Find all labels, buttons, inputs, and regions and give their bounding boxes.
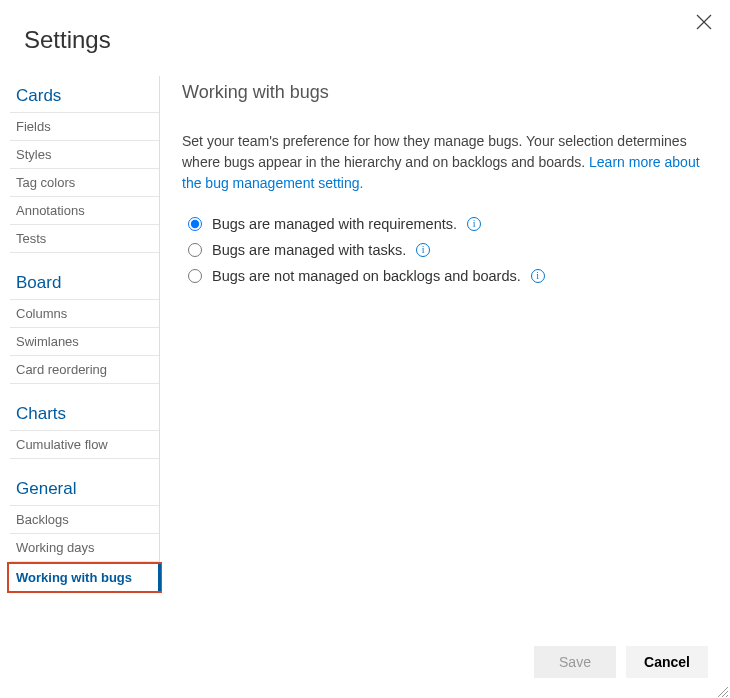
bug-option-tasks[interactable]: Bugs are managed with tasks. i [182, 238, 702, 264]
radio-tasks[interactable] [188, 243, 202, 257]
sidebar-item-columns[interactable]: Columns [10, 300, 159, 328]
page-title: Settings [0, 0, 730, 76]
sidebar-item-card-reordering[interactable]: Card reordering [10, 356, 159, 384]
bug-option-none[interactable]: Bugs are not managed on backlogs and boa… [182, 264, 702, 290]
sidebar-item-cumulative-flow[interactable]: Cumulative flow [10, 431, 159, 459]
main-panel: Working with bugs Set your team's prefer… [160, 76, 730, 593]
sidebar-item-working-days[interactable]: Working days [10, 534, 159, 562]
sidebar: Cards Fields Styles Tag colors Annotatio… [0, 76, 160, 593]
sidebar-item-swimlanes[interactable]: Swimlanes [10, 328, 159, 356]
radio-label: Bugs are managed with requirements. [212, 216, 457, 232]
footer: Save Cancel [534, 646, 708, 678]
main-description: Set your team's preference for how they … [182, 131, 702, 194]
sidebar-item-highlight: Working with bugs [7, 562, 162, 593]
save-button[interactable]: Save [534, 646, 616, 678]
sidebar-item-working-with-bugs[interactable]: Working with bugs [9, 564, 161, 591]
sidebar-item-backlogs[interactable]: Backlogs [10, 506, 159, 534]
info-icon[interactable]: i [416, 243, 430, 257]
sidebar-section-charts: Charts [10, 394, 159, 431]
sidebar-item-annotations[interactable]: Annotations [10, 197, 159, 225]
sidebar-item-styles[interactable]: Styles [10, 141, 159, 169]
sidebar-item-fields[interactable]: Fields [10, 113, 159, 141]
sidebar-section-general: General [10, 469, 159, 506]
radio-label: Bugs are not managed on backlogs and boa… [212, 268, 521, 284]
radio-none[interactable] [188, 269, 202, 283]
sidebar-section-board: Board [10, 263, 159, 300]
sidebar-item-tests[interactable]: Tests [10, 225, 159, 253]
info-icon[interactable]: i [467, 217, 481, 231]
close-icon[interactable] [696, 14, 712, 30]
radio-label: Bugs are managed with tasks. [212, 242, 406, 258]
resize-grip-icon[interactable] [716, 684, 728, 696]
cancel-button[interactable]: Cancel [626, 646, 708, 678]
sidebar-section-cards: Cards [10, 76, 159, 113]
radio-requirements[interactable] [188, 217, 202, 231]
info-icon[interactable]: i [531, 269, 545, 283]
svg-line-4 [726, 695, 728, 697]
sidebar-item-tag-colors[interactable]: Tag colors [10, 169, 159, 197]
bug-option-requirements[interactable]: Bugs are managed with requirements. i [182, 212, 702, 238]
main-title: Working with bugs [182, 82, 702, 103]
